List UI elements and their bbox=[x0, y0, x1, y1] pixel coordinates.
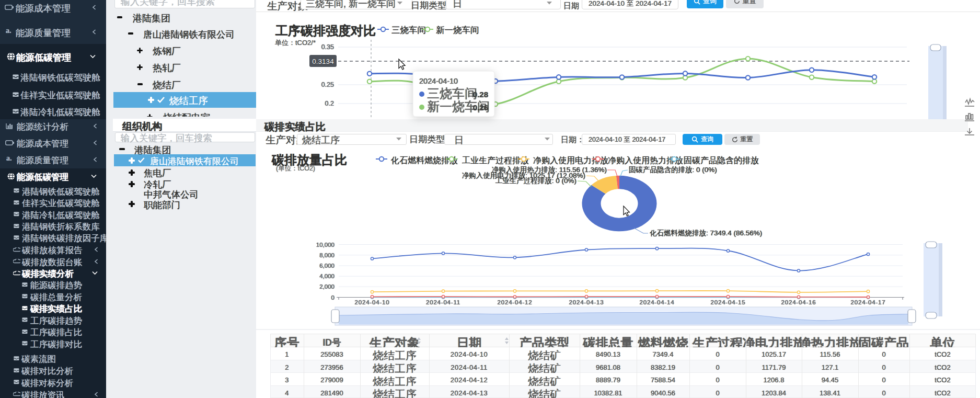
svg-text:2024-04-16: 2024-04-16 bbox=[781, 299, 816, 305]
svg-text:2024-04-10: 2024-04-10 bbox=[355, 299, 390, 305]
svg-text:6,000: 6,000 bbox=[319, 263, 335, 269]
svg-text:三烧车间: 三烧车间 bbox=[427, 86, 477, 100]
svg-text:2024-04-10: 2024-04-10 bbox=[419, 77, 458, 85]
svg-text:2024-04-13: 2024-04-13 bbox=[569, 299, 604, 305]
svg-text:0.2: 0.2 bbox=[325, 100, 334, 107]
svg-text:2024-04-15: 2024-04-15 bbox=[711, 299, 746, 305]
svg-text:2024-04-11: 2024-04-11 bbox=[426, 299, 460, 305]
svg-text:固碳产品隐含的排放: 0 (0%): 固碳产品隐含的排放: 0 (0%) bbox=[629, 166, 717, 174]
svg-text:0.3134: 0.3134 bbox=[312, 58, 334, 65]
svg-text:4,000: 4,000 bbox=[319, 273, 335, 279]
svg-text:0.28: 0.28 bbox=[473, 90, 488, 99]
svg-text:0: 0 bbox=[331, 294, 335, 301]
svg-text:0.26: 0.26 bbox=[473, 103, 488, 112]
svg-text:10,000: 10,000 bbox=[316, 242, 335, 248]
svg-text:工业生产过程排放: 0 (0%): 工业生产过程排放: 0 (0%) bbox=[495, 177, 577, 185]
svg-text:8,000: 8,000 bbox=[319, 252, 335, 258]
svg-text:2024-04-17: 2024-04-17 bbox=[851, 299, 886, 305]
svg-text:0.35: 0.35 bbox=[321, 43, 334, 51]
svg-text:2024-04-14: 2024-04-14 bbox=[640, 299, 675, 305]
svg-text:2,000: 2,000 bbox=[319, 283, 335, 290]
svg-text:化石燃料燃烧排放: 7349.4 (86.56%): 化石燃料燃烧排放: 7349.4 (86.56%) bbox=[650, 229, 762, 237]
svg-text:0.25: 0.25 bbox=[321, 81, 334, 88]
svg-text:2024-04-12: 2024-04-12 bbox=[498, 299, 533, 305]
